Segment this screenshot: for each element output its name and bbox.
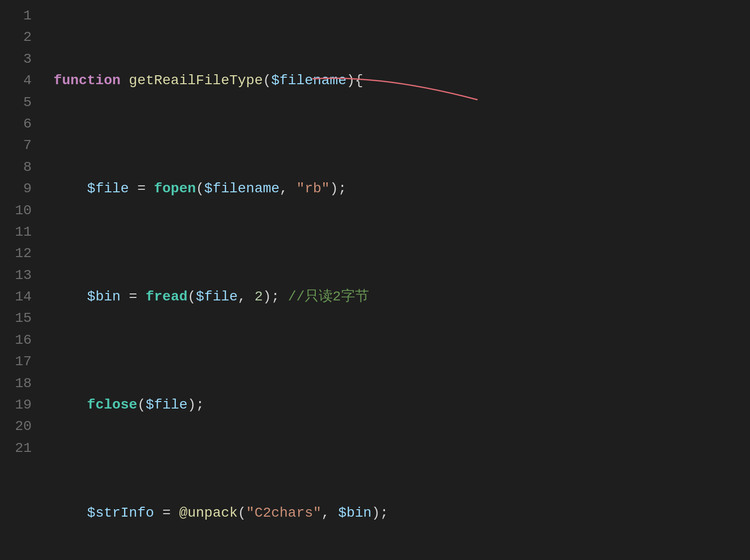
var-bin: $bin	[87, 289, 121, 304]
paren: (	[263, 73, 271, 88]
line-num-17: 17	[15, 351, 32, 372]
space	[121, 73, 129, 88]
line-num-4: 4	[15, 70, 32, 91]
fn-fread: fread	[145, 289, 187, 304]
line-num-13: 13	[15, 265, 32, 286]
var-bin-2: $bin	[338, 505, 372, 521]
num-2: 2	[254, 289, 263, 304]
fn-unpack: @unpack	[179, 505, 238, 521]
line-num-2: 2	[15, 26, 32, 48]
code-line-1: function getReailFileType($filename){	[54, 70, 740, 91]
fn-getReailFileType: getReailFileType	[129, 73, 263, 88]
var-strInfo: $strInfo	[87, 505, 154, 521]
var-file: $file	[87, 181, 129, 196]
line-num-9: 9	[15, 178, 32, 199]
code-line-5: $strInfo = @unpack("C2chars", $bin);	[54, 502, 740, 524]
paren-close: ){	[347, 73, 364, 88]
line-num-5: 5	[15, 92, 32, 113]
line-num-1: 1	[15, 5, 32, 26]
line-num-18: 18	[15, 373, 32, 394]
line-num-11: 11	[15, 221, 32, 243]
line-num-6: 6	[15, 113, 32, 135]
code-line-2: $file = fopen($filename, "rb");	[54, 178, 740, 199]
line-num-10: 10	[15, 200, 32, 221]
line-num-20: 20	[15, 416, 32, 437]
fn-fclose: fclose	[87, 397, 137, 413]
str-C2chars: "C2chars"	[246, 505, 321, 521]
line-num-12: 12	[15, 243, 32, 264]
line-num-8: 8	[15, 156, 32, 178]
str-rb: "rb"	[296, 181, 330, 196]
var-file-2: $file	[196, 289, 238, 304]
var-filename: $filename	[271, 73, 347, 88]
line-num-19: 19	[15, 394, 32, 416]
code-lines: function getReailFileType($filename){ $f…	[44, 5, 750, 555]
fn-fopen: fopen	[154, 181, 196, 196]
code-line-4: fclose($file);	[54, 394, 740, 416]
var-file-3: $file	[145, 397, 187, 413]
line-num-16: 16	[15, 329, 32, 351]
line-numbers: 1 2 3 4 5 6 7 8 9 10 11 12 13 14 15 16 1…	[0, 5, 44, 555]
line-num-7: 7	[15, 135, 32, 156]
line-num-3: 3	[15, 48, 32, 70]
line-num-21: 21	[15, 437, 32, 459]
line-num-14: 14	[15, 286, 32, 307]
keyword-function: function	[54, 73, 121, 88]
code-editor: 1 2 3 4 5 6 7 8 9 10 11 12 13 14 15 16 1…	[0, 0, 750, 560]
code-line-3: $bin = fread($file, 2); //只读2字节	[54, 286, 740, 307]
comment-1: //只读2字节	[288, 289, 369, 304]
var-filename-2: $filename	[204, 181, 279, 196]
line-num-15: 15	[15, 307, 32, 329]
